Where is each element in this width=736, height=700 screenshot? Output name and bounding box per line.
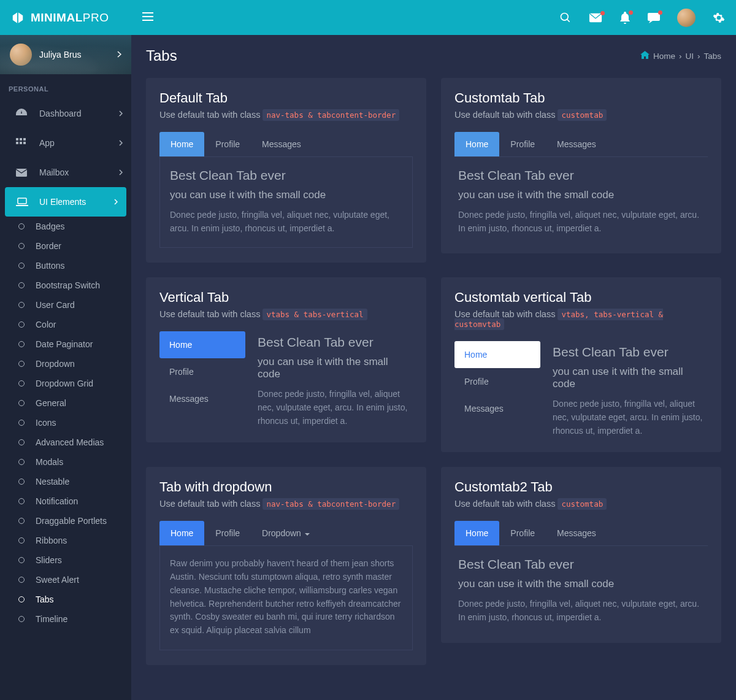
vertical-tabs-col: Home Profile Messages xyxy=(454,341,540,437)
tab-messages[interactable]: Messages xyxy=(546,521,607,545)
code-snippet: vtabs & tabs-vertical xyxy=(263,309,367,320)
bell-icon[interactable] xyxy=(619,12,631,24)
tab-messages[interactable]: Messages xyxy=(454,395,540,422)
tab-profile[interactable]: Profile xyxy=(159,358,245,385)
sidebar-item-label: General xyxy=(36,398,66,408)
sidebar-item-dropdown-grid[interactable]: Dropdown Grid xyxy=(0,374,131,393)
nav-label: Dashboard xyxy=(39,109,82,118)
tab-dropdown[interactable]: Dropdown xyxy=(251,521,321,545)
sidebar-item-general[interactable]: General xyxy=(0,393,131,413)
circle-icon xyxy=(18,282,25,288)
sidebar-item-nestable[interactable]: Nestable xyxy=(0,472,131,491)
main: Tabs Home › UI › Tabs Default Tab Use de… xyxy=(131,35,736,700)
code-snippet: nav-tabs & tabcontent-border xyxy=(263,109,399,121)
tab-profile[interactable]: Profile xyxy=(204,132,251,156)
tab-messages[interactable]: Messages xyxy=(159,385,245,412)
box-title: Tab with dropdown xyxy=(159,479,413,495)
sidebar-item-color[interactable]: Color xyxy=(0,315,131,334)
content-subheading: you can use it with the small code xyxy=(170,189,402,201)
box-title: Vertical Tab xyxy=(159,290,413,306)
crumb-home[interactable]: Home xyxy=(653,52,675,61)
svg-rect-10 xyxy=(18,198,26,204)
logo[interactable]: MINIMALPRO xyxy=(0,0,131,35)
menu-toggle-icon[interactable] xyxy=(142,12,153,23)
circle-icon xyxy=(18,498,25,504)
sidebar-item-advanced-medias[interactable]: Advanced Medias xyxy=(0,433,131,452)
page-header: Tabs Home › UI › Tabs xyxy=(131,35,736,73)
content-heading: Best Clean Tab ever xyxy=(553,345,708,360)
nav-label: Mailbox xyxy=(39,167,69,177)
content-subheading: you can use it with the small code xyxy=(258,356,413,380)
box-title: Default Tab xyxy=(159,90,413,106)
crumb-ui[interactable]: UI xyxy=(685,52,694,61)
badge-dot xyxy=(629,10,633,15)
circle-icon xyxy=(18,361,25,367)
tab-profile[interactable]: Profile xyxy=(499,521,546,545)
content-heading: Best Clean Tab ever xyxy=(458,557,704,572)
tab-home[interactable]: Home xyxy=(454,341,540,368)
circle-icon xyxy=(18,223,25,229)
circle-icon xyxy=(18,479,25,485)
sidebar-item-label: Border xyxy=(36,241,61,251)
tab-profile[interactable]: Profile xyxy=(499,132,546,156)
tab-profile[interactable]: Profile xyxy=(454,368,540,395)
nav-dashboard[interactable]: Dashboard xyxy=(0,99,131,128)
mail-icon[interactable] xyxy=(589,12,602,23)
box-sub: Use default tab with class customtab xyxy=(454,110,708,120)
content-grid: Default Tab Use default tab with class n… xyxy=(131,73,736,680)
sidebar-item-border[interactable]: Border xyxy=(0,236,131,256)
search-icon[interactable] xyxy=(559,12,572,24)
gear-icon[interactable] xyxy=(713,12,725,24)
box-customtab: Customtab Tab Use default tab with class… xyxy=(441,78,721,253)
tab-home[interactable]: Home xyxy=(159,331,245,358)
sidebar-item-tabs[interactable]: Tabs xyxy=(0,590,131,609)
header-right xyxy=(131,9,736,27)
home-icon[interactable] xyxy=(640,51,650,61)
sidebar-item-label: Dropdown Grid xyxy=(36,379,93,388)
sidebar-item-draggable-portlets[interactable]: Draggable Portlets xyxy=(0,511,131,531)
user-panel[interactable]: Juliya Brus xyxy=(0,35,131,74)
sidebar-item-notification[interactable]: Notification xyxy=(0,491,131,511)
box-sub: Use default tab with class nav-tabs & ta… xyxy=(159,110,413,120)
vertical-tabs: Home Profile Messages Best Clean Tab eve… xyxy=(159,331,413,428)
tab-messages[interactable]: Messages xyxy=(546,132,607,156)
sidebar-item-dropdown[interactable]: Dropdown xyxy=(0,354,131,374)
tab-home[interactable]: Home xyxy=(454,521,499,545)
chat-icon[interactable] xyxy=(648,12,660,24)
sidebar-item-label: Color xyxy=(36,320,56,329)
sidebar-item-bootstrap-switch[interactable]: Bootstrap Switch xyxy=(0,275,131,295)
sidebar-item-timeline[interactable]: Timeline xyxy=(0,609,131,629)
sidebar-item-label: Draggable Portlets xyxy=(36,516,107,526)
tab-profile[interactable]: Profile xyxy=(204,521,251,545)
sidebar-item-icons[interactable]: Icons xyxy=(0,413,131,433)
nav-ui-children: BadgesBorderButtonsBootstrap SwitchUser … xyxy=(0,217,131,629)
sidebar-item-badges[interactable]: Badges xyxy=(0,217,131,236)
avatar-icon xyxy=(677,9,696,27)
sidebar-item-user-card[interactable]: User Card xyxy=(0,295,131,315)
tab-messages[interactable]: Messages xyxy=(251,132,312,156)
sidebar-item-date-paginator[interactable]: Date Paginator xyxy=(0,334,131,354)
sidebar-item-modals[interactable]: Modals xyxy=(0,452,131,472)
circle-icon xyxy=(18,302,25,308)
box-vertical-tab: Vertical Tab Use default tab with class … xyxy=(146,277,426,442)
tab-home[interactable]: Home xyxy=(454,132,499,156)
tab-home[interactable]: Home xyxy=(159,521,204,545)
user-avatar[interactable] xyxy=(677,9,696,27)
nav-app[interactable]: App xyxy=(0,128,131,158)
content-heading: Best Clean Tab ever xyxy=(170,168,402,183)
sidebar-item-sliders[interactable]: Sliders xyxy=(0,550,131,570)
vertical-tabs: Home Profile Messages Best Clean Tab eve… xyxy=(454,341,708,437)
content-paragraph: Donec pede justo, fringilla vel, aliquet… xyxy=(170,209,402,235)
sidebar-item-label: Date Paginator xyxy=(36,339,93,349)
circle-icon xyxy=(18,616,25,622)
sidebar-item-sweet-alert[interactable]: Sweet Alert xyxy=(0,570,131,590)
tab-content: Best Clean Tab ever you can use it with … xyxy=(454,546,708,628)
tab-home[interactable]: Home xyxy=(159,132,204,156)
nav-ui-elements[interactable]: UI Elements xyxy=(5,187,126,217)
box-customtab2: Customtab2 Tab Use default tab with clas… xyxy=(441,467,721,642)
circle-icon xyxy=(18,439,25,445)
nav-mailbox[interactable]: Mailbox xyxy=(0,158,131,187)
sidebar-item-buttons[interactable]: Buttons xyxy=(0,256,131,275)
badge-dot xyxy=(658,10,662,15)
sidebar-item-ribbons[interactable]: Ribbons xyxy=(0,531,131,550)
